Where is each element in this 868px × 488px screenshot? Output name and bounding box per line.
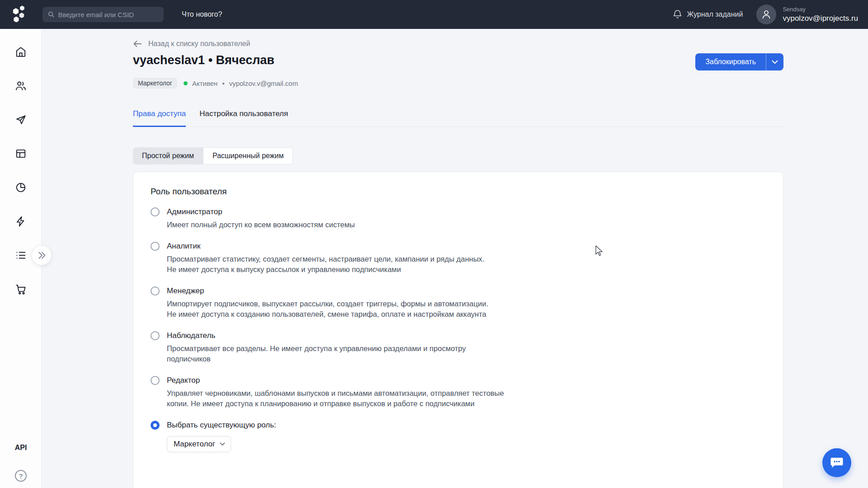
role-option-existing-role: Выбрать существующую роль: Маркетолог — [151, 421, 766, 452]
simple-mode-button[interactable]: Простой режим — [133, 147, 203, 164]
arrow-left-icon — [133, 40, 142, 47]
role-option-manager: Менеджер Импортирует подписчиков, выпуск… — [151, 286, 766, 319]
role-radio-editor-row[interactable]: Редактор — [151, 376, 766, 385]
radio-administrator[interactable] — [151, 207, 160, 216]
tab-user-settings[interactable]: Настройка пользователя — [199, 109, 288, 127]
home-icon[interactable] — [15, 46, 27, 58]
user-status-row: Маркетолог Активен • vypolzov.v@gmail.co… — [133, 78, 298, 89]
user-icon — [761, 9, 772, 20]
sidebar-expand-button[interactable] — [32, 245, 52, 265]
existing-role-value: Маркетолог — [174, 440, 215, 449]
role-option-label: Аналитик — [167, 242, 200, 251]
chevron-down-icon — [220, 442, 225, 446]
account-menu[interactable]: Sendsay vypolzov@iprojects.ru — [756, 5, 858, 24]
topbar: Что нового? Журнал заданий Sendsay vypol… — [0, 0, 868, 29]
role-option-label: Наблюдатель — [167, 331, 215, 340]
role-radio-analyst-row[interactable]: Аналитик — [151, 242, 766, 251]
tab-access-rights[interactable]: Права доступа — [133, 109, 186, 127]
bullet-separator: • — [222, 80, 224, 87]
role-option-label: Менеджер — [167, 286, 204, 296]
radio-existing-role[interactable] — [151, 421, 160, 430]
list-icon[interactable] — [15, 249, 27, 261]
role-option-analyst: Аналитик Просматривает статистику, созда… — [151, 242, 766, 275]
block-user-split-button: Заблокировать — [695, 53, 783, 70]
role-badge: Маркетолог — [133, 78, 177, 89]
main-content: Назад к списку пользователей vyacheslav1… — [42, 29, 868, 488]
role-option-label: Редактор — [167, 376, 200, 385]
advanced-mode-button[interactable]: Расширенный режим — [203, 147, 293, 164]
role-option-label: Выбрать существующую роль: — [167, 421, 276, 430]
task-journal-button[interactable]: Журнал заданий — [673, 9, 743, 19]
cart-icon[interactable] — [15, 283, 27, 295]
avatar — [756, 5, 776, 24]
lightning-icon[interactable] — [15, 216, 27, 227]
chat-bubble-icon — [830, 456, 844, 469]
role-radio-manager-row[interactable]: Менеджер — [151, 286, 766, 296]
role-card: Роль пользователя Администратор Имеет по… — [133, 172, 783, 488]
back-link-label: Назад к списку пользователей — [148, 40, 250, 48]
mode-toggle: Простой режим Расширенный режим — [133, 147, 293, 164]
account-email: vypolzov@iprojects.ru — [783, 14, 858, 23]
chevrons-right-icon — [37, 250, 47, 260]
page-title: vyacheslav1 • Вячеслав — [133, 53, 274, 67]
role-radio-existing-row[interactable]: Выбрать существующую роль: — [151, 421, 766, 430]
users-icon[interactable] — [15, 80, 27, 92]
radio-observer[interactable] — [151, 331, 160, 340]
role-radio-observer-row[interactable]: Наблюдатель — [151, 331, 766, 340]
block-user-button[interactable]: Заблокировать — [695, 53, 766, 70]
role-option-administrator: Администратор Имеет полный доступ ко все… — [151, 207, 766, 230]
role-option-description: Импортирует подписчиков, выпускает рассы… — [167, 299, 766, 319]
role-option-description: Имеет полный доступ ко всем возможностям… — [167, 220, 766, 230]
layout-icon[interactable] — [15, 148, 27, 160]
role-option-description: Просматривает все разделы. Не имеет дост… — [167, 343, 766, 364]
radio-editor[interactable] — [151, 376, 160, 385]
block-user-caret-button[interactable] — [766, 53, 783, 70]
status-dot — [184, 81, 188, 85]
radio-analyst[interactable] — [151, 242, 160, 251]
search-icon — [48, 11, 55, 18]
user-email: vypolzov.v@gmail.com — [229, 80, 298, 87]
sidebar-item-api[interactable]: API — [0, 444, 42, 452]
role-option-editor: Редактор Управляет черновиками, шаблонам… — [151, 376, 766, 409]
role-option-description: Управляет черновиками, шаблонами выпуско… — [167, 388, 766, 409]
existing-role-select[interactable]: Маркетолог — [167, 436, 231, 452]
radio-manager[interactable] — [151, 286, 160, 296]
back-to-users-link[interactable]: Назад к списку пользователей — [133, 40, 250, 48]
role-section-heading: Роль пользователя — [151, 187, 766, 197]
tab-bar: Права доступа Настройка пользователя — [133, 109, 783, 127]
help-icon[interactable]: ? — [15, 470, 27, 482]
role-option-description: Просматривает статистику, создает сегмен… — [167, 254, 766, 275]
send-icon[interactable] — [15, 114, 27, 126]
search-input[interactable] — [58, 11, 158, 19]
account-name: Sendsay — [783, 6, 858, 13]
chat-widget-button[interactable] — [822, 448, 851, 477]
pie-chart-icon[interactable] — [15, 182, 27, 193]
sendsay-logo-icon[interactable] — [10, 5, 28, 24]
role-option-label: Администратор — [167, 207, 222, 216]
task-journal-label: Журнал заданий — [687, 10, 743, 19]
bell-icon — [673, 9, 682, 19]
global-search[interactable] — [42, 7, 164, 22]
role-option-observer: Наблюдатель Просматривает все разделы. Н… — [151, 331, 766, 364]
status-text: Активен — [192, 80, 217, 87]
chevron-down-icon — [772, 60, 778, 64]
whats-new-link[interactable]: Что нового? — [182, 10, 222, 19]
role-radio-administrator-row[interactable]: Администратор — [151, 207, 766, 216]
